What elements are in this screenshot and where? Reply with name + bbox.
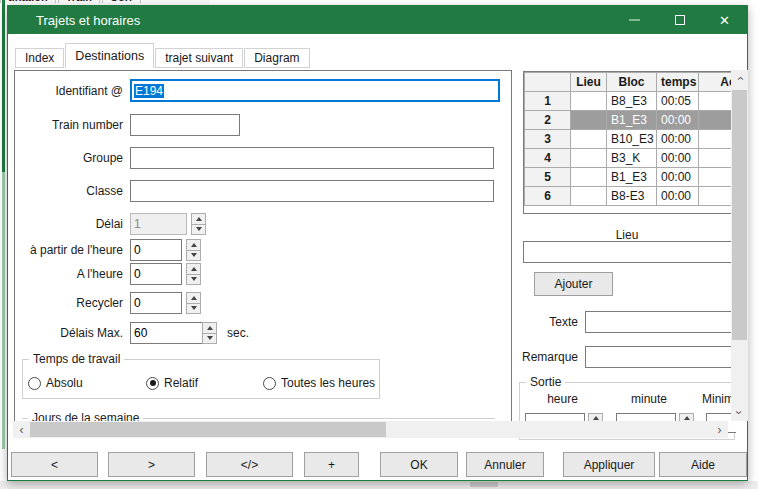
- scroll-down-icon[interactable]: ›: [731, 404, 748, 421]
- table-row[interactable]: 6 B8-E3 00:00: [525, 187, 733, 206]
- code-button[interactable]: </>: [206, 452, 293, 477]
- action-cell[interactable]: [699, 92, 733, 111]
- table-row[interactable]: 5 B1_E3 00:00: [525, 168, 733, 187]
- action-cell[interactable]: [699, 111, 733, 130]
- col-header-action[interactable]: Action: [699, 73, 733, 92]
- tab-index[interactable]: Index: [15, 48, 64, 68]
- table-row-selected[interactable]: 2 B1_E3 00:00: [525, 111, 733, 130]
- vertical-scrollbar-thumb[interactable]: [732, 90, 747, 340]
- groupe-input[interactable]: [130, 147, 494, 169]
- aide-button[interactable]: Aide: [659, 452, 747, 477]
- temps-cell[interactable]: 00:05: [657, 92, 699, 111]
- spinner-down-button[interactable]: [186, 274, 201, 286]
- tab-destinations[interactable]: Destinations: [65, 43, 154, 68]
- background-green-edge: [2, 0, 5, 449]
- next-button[interactable]: >: [108, 452, 195, 477]
- background-menu-item[interactable]: Corr: [102, 0, 141, 3]
- action-cell[interactable]: [699, 130, 733, 149]
- spinner-down-button[interactable]: [191, 224, 206, 236]
- prev-button[interactable]: <: [11, 452, 98, 477]
- a-partir-de-lheure-label: à partir de l'heure: [15, 243, 123, 257]
- lieu-cell[interactable]: [571, 168, 607, 187]
- vertical-scrollbar[interactable]: › ›: [731, 70, 748, 421]
- bloc-cell[interactable]: B8_E3: [607, 92, 657, 111]
- classe-input[interactable]: [130, 180, 494, 202]
- lieu-cell[interactable]: [571, 111, 607, 130]
- train-number-input[interactable]: [130, 114, 240, 136]
- a-lheure-label: A l'heure: [15, 267, 123, 281]
- bloc-cell[interactable]: B1_E3: [607, 168, 657, 187]
- col-header-bloc[interactable]: Bloc: [607, 73, 657, 92]
- bloc-cell[interactable]: B8-E3: [607, 187, 657, 206]
- classe-label: Classe: [15, 184, 123, 198]
- temps-de-travail-legend: Temps de travail: [29, 352, 124, 366]
- dialog-title: Trajets et horaires: [8, 13, 140, 28]
- annuler-button[interactable]: Annuler: [466, 452, 544, 477]
- row-number-cell[interactable]: 1: [525, 92, 571, 111]
- remarque-input[interactable]: [585, 346, 735, 368]
- maximize-button[interactable]: [657, 6, 702, 34]
- delais-max-input[interactable]: [130, 322, 203, 344]
- row-number-cell[interactable]: 4: [525, 149, 571, 168]
- temps-cell[interactable]: 00:00: [657, 168, 699, 187]
- spinner-down-button[interactable]: [186, 250, 201, 262]
- table-row[interactable]: 1 B8_E3 00:05: [525, 92, 733, 111]
- a-lheure-input[interactable]: [130, 263, 182, 285]
- table-row[interactable]: 3 B10_E3 00:00: [525, 130, 733, 149]
- lieu-cell[interactable]: [571, 130, 607, 149]
- recycler-label: Recycler: [15, 296, 123, 310]
- lieu-input[interactable]: [523, 241, 735, 263]
- identifiant-input[interactable]: E194: [130, 79, 500, 102]
- scroll-right-icon[interactable]: ›: [711, 421, 728, 438]
- lieu-cell[interactable]: [571, 92, 607, 111]
- add-button[interactable]: +: [304, 452, 359, 477]
- background-menu-item[interactable]: Train: [58, 0, 100, 3]
- bloc-cell[interactable]: B1_E3: [607, 111, 657, 130]
- scroll-up-icon[interactable]: ›: [731, 70, 748, 87]
- remarque-label: Remarque: [503, 350, 578, 364]
- background-menu-item[interactable]: tination: [0, 0, 56, 3]
- tab-trajet-suivant[interactable]: trajet suivant: [155, 48, 243, 68]
- ok-button[interactable]: OK: [380, 452, 458, 477]
- bloc-cell[interactable]: B3_K: [607, 149, 657, 168]
- lieu-cell[interactable]: [571, 149, 607, 168]
- radio-icon: [263, 377, 276, 390]
- recycler-input[interactable]: [130, 292, 182, 314]
- temps-cell[interactable]: 00:00: [657, 149, 699, 168]
- delais-max-unit-label: sec.: [227, 326, 249, 340]
- spinner-down-button[interactable]: [186, 303, 201, 315]
- row-number-cell[interactable]: 6: [525, 187, 571, 206]
- table-row[interactable]: 4 B3_K 00:00: [525, 149, 733, 168]
- tab-diagram[interactable]: Diagram: [244, 48, 309, 68]
- col-header-temps[interactable]: temps: [657, 73, 699, 92]
- radio-relatif[interactable]: Relatif: [146, 376, 198, 390]
- temps-cell[interactable]: 00:00: [657, 130, 699, 149]
- lieu-cell[interactable]: [571, 187, 607, 206]
- titlebar[interactable]: Trajets et horaires ✕: [8, 6, 747, 34]
- horizontal-scrollbar[interactable]: ‹ ›: [13, 421, 728, 438]
- action-cell[interactable]: [699, 168, 733, 187]
- row-number-cell[interactable]: 2: [525, 111, 571, 130]
- action-cell[interactable]: [699, 187, 733, 206]
- action-cell[interactable]: [699, 149, 733, 168]
- radio-toutes-les-heures[interactable]: Toutes les heures: [263, 376, 375, 390]
- texte-input[interactable]: [585, 311, 735, 333]
- appliquer-button[interactable]: Appliquer: [563, 452, 655, 477]
- spinner-down-button[interactable]: [202, 333, 217, 345]
- temps-cell[interactable]: 00:00: [657, 111, 699, 130]
- close-button[interactable]: ✕: [702, 6, 747, 34]
- ajouter-button[interactable]: Ajouter: [534, 272, 613, 296]
- temps-cell[interactable]: 00:00: [657, 187, 699, 206]
- col-header-num[interactable]: [525, 73, 571, 92]
- bloc-cell[interactable]: B10_E3: [607, 130, 657, 149]
- a-partir-de-lheure-input[interactable]: [130, 239, 182, 261]
- stops-table[interactable]: Lieu Bloc temps Action 1 B8_E3 00:05 2 B…: [523, 71, 732, 214]
- row-number-cell[interactable]: 5: [525, 168, 571, 187]
- table-header-row: Lieu Bloc temps Action: [525, 73, 733, 92]
- row-number-cell[interactable]: 3: [525, 130, 571, 149]
- col-header-lieu[interactable]: Lieu: [571, 73, 607, 92]
- horizontal-scrollbar-thumb[interactable]: [30, 422, 386, 437]
- radio-icon: [28, 377, 41, 390]
- radio-absolu[interactable]: Absolu: [28, 376, 83, 390]
- scroll-left-icon[interactable]: ‹: [13, 421, 30, 438]
